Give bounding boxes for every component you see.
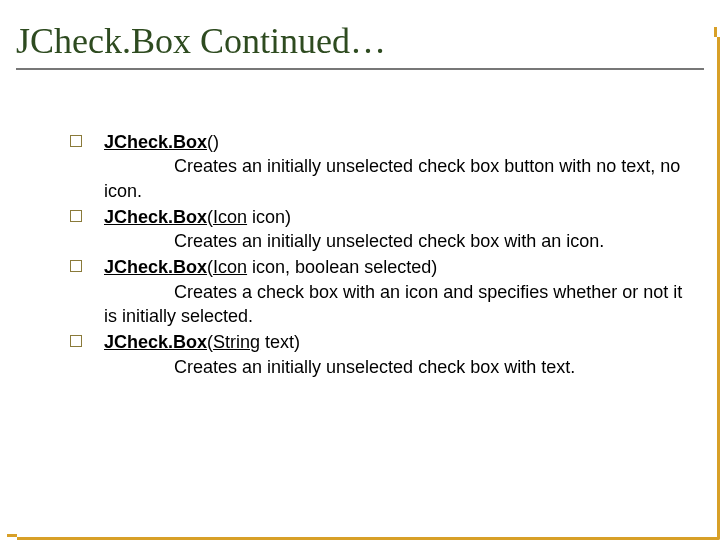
list-item: JCheck.Box(Icon icon, boolean selected) …: [70, 255, 692, 328]
sig-text: ): [213, 132, 219, 152]
class-name-link[interactable]: JCheck.Box: [104, 332, 207, 352]
class-name-link[interactable]: JCheck.Box: [104, 257, 207, 277]
method-signature: JCheck.Box(): [104, 132, 219, 152]
type-link[interactable]: Icon: [213, 257, 247, 277]
list-item: JCheck.Box(String text) Creates an initi…: [70, 330, 692, 379]
method-signature: JCheck.Box(String text): [104, 332, 300, 352]
type-link[interactable]: Icon: [213, 207, 247, 227]
bullet-icon: [70, 260, 82, 272]
class-name-link[interactable]: JCheck.Box: [104, 207, 207, 227]
sig-text: text): [260, 332, 300, 352]
bullet-icon: [70, 135, 82, 147]
method-description: Creates a check box with an icon and spe…: [104, 282, 682, 326]
method-signature: JCheck.Box(Icon icon): [104, 207, 291, 227]
method-signature: JCheck.Box(Icon icon, boolean selected): [104, 257, 437, 277]
type-link[interactable]: String: [213, 332, 260, 352]
method-description: Creates an initially unselected check bo…: [174, 357, 575, 377]
method-description: Creates an initially unselected check bo…: [174, 231, 604, 251]
method-description: Creates an initially unselected check bo…: [104, 156, 680, 200]
list-item: JCheck.Box() Creates an initially unsele…: [70, 130, 692, 203]
bullet-icon: [70, 210, 82, 222]
bullet-icon: [70, 335, 82, 347]
sig-text: icon): [247, 207, 291, 227]
list-item: JCheck.Box(Icon icon) Creates an initial…: [70, 205, 692, 254]
page-title: JCheck.Box Continued…: [16, 20, 704, 62]
sig-text: icon, boolean selected): [247, 257, 437, 277]
content-list: JCheck.Box() Creates an initially unsele…: [0, 70, 720, 379]
class-name-link[interactable]: JCheck.Box: [104, 132, 207, 152]
